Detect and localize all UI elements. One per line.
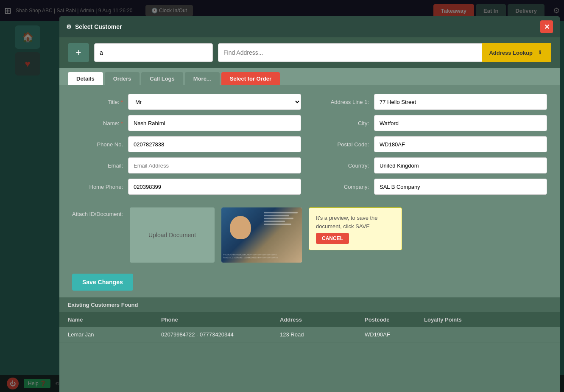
city-input[interactable]	[374, 115, 547, 131]
cancel-document-button[interactable]: CANCEL	[316, 233, 349, 244]
passport-text-lines	[264, 212, 298, 225]
col-header-phone: Phone	[161, 316, 280, 323]
modal-header: ⚙ Select Customer ✕	[59, 16, 560, 37]
company-row: Company:	[318, 179, 547, 195]
tab-call-logs[interactable]: Call Logs	[141, 72, 183, 85]
postal-code-label: Postal Code:	[318, 141, 369, 148]
city-row: City:	[318, 115, 547, 131]
tab-select-for-order[interactable]: Select for Order	[221, 72, 280, 85]
tab-details[interactable]: Details	[68, 72, 103, 85]
home-phone-input[interactable]	[128, 179, 301, 195]
table-row[interactable]: Lemar Jan 02079984722 - 07773420344 123 …	[59, 327, 560, 342]
passport-line-2	[264, 215, 289, 216]
email-row: Email:	[72, 157, 301, 174]
required-star-name: *	[121, 120, 123, 126]
upload-document-label: Upload Document	[148, 232, 196, 238]
find-address-input[interactable]	[218, 43, 482, 62]
tabs-bar: Details Orders Call Logs More... Select …	[59, 68, 560, 85]
title-row: Title: * Mr Mrs Miss Ms Dr	[72, 94, 301, 110]
col-header-postcode: Postcode	[365, 316, 424, 323]
gear-icon: ⚙	[66, 23, 72, 30]
form-left-column: Title: * Mr Mrs Miss Ms Dr Name: * Phone…	[72, 94, 301, 195]
tab-more[interactable]: More...	[185, 72, 220, 85]
add-customer-button[interactable]: +	[68, 43, 89, 62]
address-lookup-button[interactable]: Address Lookup ℹ	[482, 43, 551, 62]
cell-name: Lemar Jan	[68, 331, 161, 338]
passport-line-1	[264, 212, 298, 213]
postal-code-input[interactable]	[374, 136, 547, 152]
address-line1-input[interactable]	[374, 94, 547, 110]
postal-code-row: Postal Code:	[318, 136, 547, 152]
address-search-container: Address Lookup ℹ	[218, 43, 551, 62]
company-label: Company:	[318, 184, 369, 190]
col-header-address: Address	[280, 316, 365, 323]
existing-customers-header: Existing Customers Found	[59, 297, 560, 312]
form-grid: Title: * Mr Mrs Miss Ms Dr Name: * Phone…	[72, 94, 547, 195]
save-changes-button[interactable]: Save Changes	[72, 274, 133, 291]
table-header-row: Name Phone Address Postcode Loyalty Poin…	[59, 312, 560, 327]
country-label: Country:	[318, 162, 369, 169]
cell-loyalty	[424, 331, 551, 338]
city-label: City:	[318, 120, 369, 126]
document-label: Attach ID/Document:	[72, 207, 123, 217]
title-label: Title: *	[72, 99, 123, 105]
address-line1-label: Address Line 1:	[318, 99, 369, 105]
customer-search-input[interactable]	[94, 43, 213, 62]
col-header-loyalty: Loyalty Points	[424, 316, 551, 323]
address-line1-row: Address Line 1:	[318, 94, 547, 110]
cell-address: 123 Road	[280, 331, 365, 338]
title-select[interactable]: Mr Mrs Miss Ms Dr	[128, 94, 301, 110]
phone-label: Phone No.	[72, 141, 123, 148]
save-section: Save Changes	[59, 269, 560, 297]
existing-customers-section: Existing Customers Found Name Phone Addr…	[59, 297, 560, 392]
preview-info-text: It's a preview, to save the document, cl…	[316, 215, 378, 230]
tab-orders[interactable]: Orders	[105, 72, 140, 85]
name-input[interactable]	[128, 115, 301, 131]
document-section: Attach ID/Document: Upload Document P<GB…	[59, 203, 560, 269]
required-star: *	[121, 99, 123, 105]
home-phone-label: Home Phone:	[72, 184, 123, 190]
country-row: Country:	[318, 157, 547, 174]
passport-line-3	[264, 218, 293, 219]
upload-document-box[interactable]: Upload Document	[130, 207, 215, 263]
document-preview: P<GBRJOHN<<HAROLD<JOE<<<<<<<<<<<<<<<<<<<…	[221, 207, 302, 263]
company-input[interactable]	[374, 179, 547, 195]
name-label: Name: *	[72, 120, 123, 126]
phone-row: Phone No.	[72, 136, 301, 152]
cell-phone: 02079984722 - 07773420344	[161, 331, 280, 338]
search-bar: + Address Lookup ℹ	[59, 37, 560, 68]
modal-title: ⚙ Select Customer	[66, 23, 122, 30]
select-customer-modal: ⚙ Select Customer ✕ + Address Lookup ℹ D…	[59, 16, 560, 392]
passport-line-5	[264, 224, 291, 225]
form-area: Title: * Mr Mrs Miss Ms Dr Name: * Phone…	[59, 85, 560, 203]
country-input[interactable]	[374, 157, 547, 174]
passport-mrz: P<GBRJOHN<<HAROLD<JOE<<<<<<<<<<<<<<<<<<<…	[223, 253, 300, 259]
passport-visual: P<GBRJOHN<<HAROLD<JOE<<<<<<<<<<<<<<<<<<<…	[221, 207, 302, 263]
preview-info-box: It's a preview, to save the document, cl…	[309, 207, 402, 250]
modal-close-button[interactable]: ✕	[540, 20, 553, 33]
home-phone-row: Home Phone:	[72, 179, 301, 195]
cell-postcode: WD190AF	[365, 331, 424, 338]
name-row: Name: *	[72, 115, 301, 131]
email-input[interactable]	[128, 157, 301, 174]
form-right-column: Address Line 1: City: Postal Code: Count…	[318, 94, 547, 195]
phone-input[interactable]	[128, 136, 301, 152]
col-header-name: Name	[68, 316, 161, 323]
email-label: Email:	[72, 162, 123, 169]
passport-face-photo	[230, 216, 251, 239]
passport-line-4	[264, 221, 285, 222]
info-icon: ℹ	[535, 48, 544, 57]
